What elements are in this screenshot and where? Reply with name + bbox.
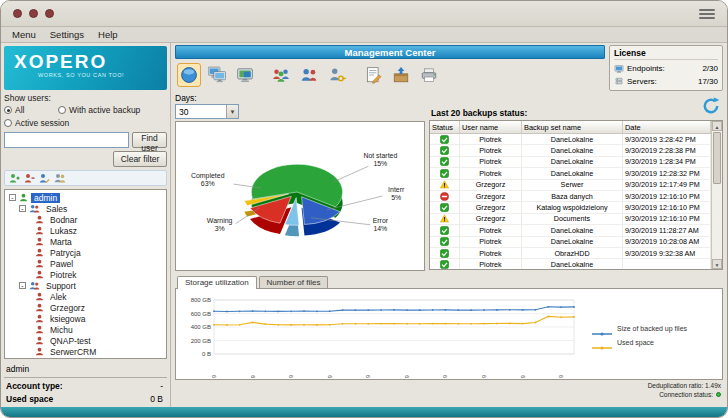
storage-utilization-chart: 0 B200 GB400 GB600 GB800 GB02-0905-0908-… xyxy=(175,288,723,380)
table-row[interactable]: PiotrekDaneLokalne9/30/2019 10:28:08 AM xyxy=(430,237,711,248)
table-header-row: StatusUser nameBackup set nameDate xyxy=(430,121,711,134)
window-dot-icon[interactable] xyxy=(13,9,22,18)
tree-item-michu[interactable]: Michu xyxy=(7,324,166,335)
tree-item-marta[interactable]: Marta xyxy=(7,236,166,247)
backup-set-cell: Serwer xyxy=(522,180,623,190)
collapse-icon[interactable]: - xyxy=(19,205,26,212)
add-user-icon[interactable] xyxy=(9,173,20,184)
legend-label: Used space xyxy=(617,339,654,346)
tree-item-patrycja[interactable]: Patrycja xyxy=(7,247,166,258)
column-header-user-name[interactable]: User name xyxy=(460,121,522,133)
date-cell: 9/30/2019 2:28:38 PM xyxy=(623,145,711,155)
table-row[interactable]: GrzegorzKatalog współdzielony9/30/2019 1… xyxy=(430,202,711,213)
toolbar-reports-button[interactable] xyxy=(361,63,385,87)
remove-user-icon[interactable] xyxy=(24,173,35,184)
column-header-backup-set-name[interactable]: Backup set name xyxy=(522,121,623,133)
used-space-label: Used space xyxy=(6,394,53,404)
scroll-up-icon[interactable]: ▲ xyxy=(712,121,722,131)
refresh-button[interactable] xyxy=(701,96,721,116)
server-icon xyxy=(614,77,624,87)
svg-text:Warning3%: Warning3% xyxy=(207,217,233,232)
show-users-group: Show users: AllWith active backupActive … xyxy=(4,93,167,128)
tree-item-label: Support xyxy=(43,281,79,291)
table-scrollbar[interactable]: ▲ ▼ xyxy=(711,121,722,269)
toolbar-endpoints-button[interactable] xyxy=(205,63,229,87)
radio-label: All xyxy=(15,105,24,115)
table-row[interactable]: PiotrekObrazHDD9/30/2019 9:32:38 AM xyxy=(430,248,711,259)
tree-item-ksiegowa[interactable]: ksiegowa xyxy=(7,313,166,324)
tree-item-grzegorz[interactable]: Grzegorz xyxy=(7,302,166,313)
toolbar-accounts-button[interactable] xyxy=(325,63,349,87)
table-row[interactable]: PiotrekDaneLokalne9/30/2019 12:28:32 PM xyxy=(430,168,711,179)
user-name-cell: Piotrek xyxy=(460,168,522,178)
window-dot-icon[interactable] xyxy=(45,9,54,18)
menu-item-help[interactable]: Help xyxy=(91,29,125,40)
column-header-status[interactable]: Status xyxy=(430,121,460,133)
tree-item-pawel[interactable]: Pawel xyxy=(7,258,166,269)
backups-icon xyxy=(392,66,410,84)
collapse-icon[interactable]: - xyxy=(9,194,16,201)
table-row[interactable]: PiotrekDaneLokalne xyxy=(430,259,711,270)
toolbar-workstations-button[interactable] xyxy=(233,63,257,87)
chart-legend: Size of backed up filesUsed space xyxy=(582,324,720,346)
tree-item-alek[interactable]: Alek xyxy=(7,291,166,302)
table-row[interactable]: GrzegorzBaza danych9/30/2019 12:16:10 PM xyxy=(430,191,711,202)
user-name-cell: Piotrek xyxy=(460,237,522,247)
tree-item-label: Lukasz xyxy=(47,226,80,236)
tab-storage-utilization[interactable]: Storage utilization xyxy=(177,276,257,289)
radio-active-session[interactable]: Active session xyxy=(4,118,58,128)
table-row[interactable]: PiotrekDaneLokalne9/30/2019 1:28:34 PM xyxy=(430,157,711,168)
table-row[interactable]: PiotrekDaneLokalne9/30/2019 3:28:42 PM xyxy=(430,134,711,145)
table-row[interactable]: GrzegorzDocuments9/30/2019 12:16:10 PM xyxy=(430,214,711,225)
search-input[interactable] xyxy=(4,132,129,148)
toolbar-users-button[interactable] xyxy=(297,63,321,87)
date-cell: 9/30/2019 10:28:08 AM xyxy=(623,237,711,247)
table-row[interactable]: GrzegorzSerwer9/30/2019 12:17:49 PM xyxy=(430,180,711,191)
column-header-date[interactable]: Date xyxy=(623,121,711,133)
tree-item-support[interactable]: -Support xyxy=(7,280,166,291)
tree-item-lukasz[interactable]: Lukasz xyxy=(7,225,166,236)
backups-table: StatusUser nameBackup set nameDatePiotre… xyxy=(429,120,723,270)
backup-set-cell: Documents xyxy=(522,214,623,224)
radio-with-active-backup[interactable]: With active backup xyxy=(58,105,167,115)
toolbar-backups-button[interactable] xyxy=(389,63,413,87)
toolbar-user-groups-button[interactable] xyxy=(269,63,293,87)
group-icon xyxy=(29,204,40,213)
days-select[interactable]: 30 ▼ xyxy=(175,104,239,119)
tree-item-piotrek[interactable]: Piotrek xyxy=(7,269,166,280)
user-name-cell: Piotrek xyxy=(460,248,522,258)
backup-set-cell: Baza danych xyxy=(522,191,623,201)
tree-item-bodnar[interactable]: Bodnar xyxy=(7,214,166,225)
hamburger-menu-icon[interactable] xyxy=(699,9,715,19)
user-icon xyxy=(35,259,44,268)
tree-item-qnap-test[interactable]: QNAP-test xyxy=(7,335,166,346)
backup-set-cell: ObrazHDD xyxy=(522,248,623,258)
toolbar-overview-button[interactable] xyxy=(177,63,201,87)
table-row[interactable]: PiotrekDaneLokalne9/30/2019 2:28:38 PM xyxy=(430,145,711,156)
clear-filter-button[interactable]: Clear filter xyxy=(113,151,167,167)
user-icon xyxy=(35,336,44,345)
toolbar-devices-button[interactable] xyxy=(417,63,441,87)
tree-item-label: Bodnar xyxy=(47,215,80,225)
edit-user-icon[interactable] xyxy=(39,173,50,184)
tree-item-serwercrm[interactable]: SerwerCRM xyxy=(7,346,166,357)
menu-item-settings[interactable]: Settings xyxy=(43,29,91,40)
menu-item-menu[interactable]: Menu xyxy=(5,29,43,40)
status-cell xyxy=(430,180,460,190)
radio-all[interactable]: All xyxy=(4,105,58,115)
tree-item-admin[interactable]: -admin xyxy=(7,192,166,203)
tree-item-sales[interactable]: -Sales xyxy=(7,203,166,214)
legend-line-icon xyxy=(592,324,612,332)
user-name-cell: Piotrek xyxy=(460,134,522,144)
window-dot-icon[interactable] xyxy=(29,9,38,18)
user-group-icon[interactable] xyxy=(54,173,65,184)
license-title: License xyxy=(614,48,718,60)
scroll-down-icon[interactable]: ▼ xyxy=(712,259,722,269)
find-user-button[interactable]: Find user xyxy=(132,132,167,148)
collapse-icon[interactable]: - xyxy=(19,282,26,289)
chart-tabs: Storage utilizationNumber of files xyxy=(177,275,723,288)
svg-text:400 GB: 400 GB xyxy=(191,324,211,330)
tree-item-label: Sales xyxy=(43,204,70,214)
table-row[interactable]: PiotrekDaneLokalne9/30/2019 11:28:27 AM xyxy=(430,225,711,236)
scrollbar-thumb[interactable] xyxy=(713,132,721,184)
